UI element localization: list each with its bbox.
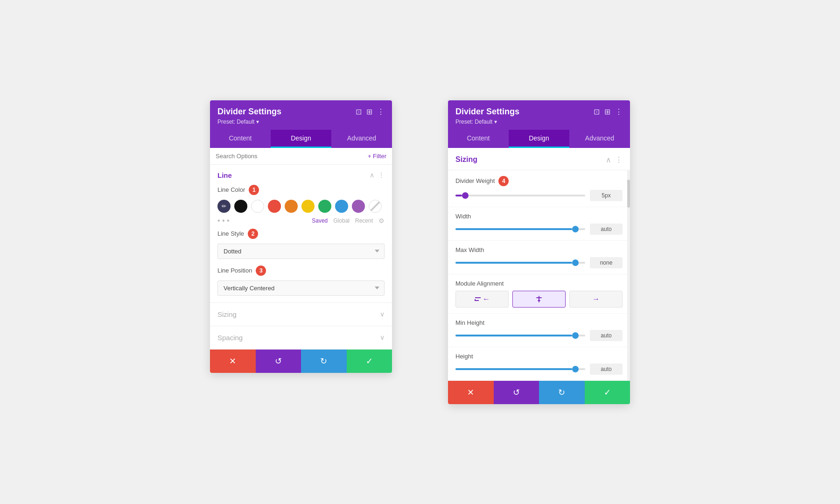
color-tab-saved[interactable]: Saved (312, 217, 328, 224)
height-value[interactable] (590, 364, 623, 375)
height-track[interactable] (455, 368, 585, 370)
save-button-right[interactable]: ✓ (585, 381, 630, 404)
width-value[interactable] (590, 224, 623, 235)
line-section: Line ∧ ⋮ Line Color 1 ✏ (210, 165, 392, 303)
tab-content-left[interactable]: Content (210, 130, 271, 148)
right-header-icons: ⊡ ⊞ ⋮ (594, 107, 623, 116)
swatch-red[interactable] (268, 200, 281, 213)
line-style-label-row: Line Style 2 (217, 229, 385, 239)
svg-rect-6 (539, 296, 539, 302)
color-tab-recent[interactable]: Recent (355, 217, 373, 224)
swatch-white[interactable] (251, 200, 264, 213)
left-header-icons: ⊡ ⊞ ⋮ (356, 107, 385, 116)
right-panel-title: Divider Settings (455, 107, 519, 117)
right-layout-icon[interactable]: ⊞ (604, 107, 610, 116)
color-picker-swatch[interactable]: ✏ (217, 200, 231, 213)
line-style-label: Line Style (217, 230, 244, 237)
line-position-label: Line Position (217, 267, 252, 274)
spacing-chevron: ∨ (380, 334, 385, 341)
divider-weight-label: Divider Weight (455, 177, 495, 184)
sizing-collapsed[interactable]: Sizing ∨ (210, 303, 392, 326)
right-panel-body: Divider Weight 4 Width (448, 170, 630, 381)
right-menu-icon[interactable]: ⋮ (615, 107, 623, 116)
divider-weight-value[interactable] (590, 190, 623, 201)
tab-design-left[interactable]: Design (271, 130, 331, 148)
line-position-select[interactable]: Vertically Centered Top Bottom (217, 280, 385, 296)
left-panel-footer: ✕ ↺ ↻ ✓ (210, 350, 392, 373)
search-input[interactable] (216, 153, 364, 160)
sizing-options-icon[interactable]: ⋮ (615, 155, 623, 164)
divider-weight-track[interactable] (455, 195, 585, 196)
cancel-button-left[interactable]: ✕ (210, 350, 256, 373)
max-width-track[interactable] (455, 262, 585, 264)
left-panel-header: Divider Settings ⊡ ⊞ ⋮ Preset: Default ▾ (210, 100, 392, 130)
cancel-button-right[interactable]: ✕ (448, 381, 494, 404)
left-panel-tabs: Content Design Advanced (210, 130, 392, 148)
swatch-yellow[interactable] (301, 200, 315, 213)
swatch-purple[interactable] (352, 200, 365, 213)
right-panel-preset[interactable]: Preset: Default ▾ (455, 119, 623, 125)
swatch-orange[interactable] (285, 200, 298, 213)
module-alignment-label: Module Alignment (455, 280, 504, 287)
max-width-value[interactable] (590, 257, 623, 268)
module-alignment-buttons: ← → (455, 291, 623, 308)
tab-advanced-right[interactable]: Advanced (569, 130, 630, 148)
color-settings-icon[interactable]: ⚙ (378, 217, 385, 224)
search-bar: + Filter (210, 148, 392, 165)
sizing-chevron: ∨ (380, 310, 385, 318)
tab-design-right[interactable]: Design (509, 130, 569, 148)
more-dots[interactable]: • • • (217, 217, 230, 225)
line-color-badge: 1 (249, 185, 259, 195)
undo-button-left[interactable]: ↺ (256, 350, 301, 373)
width-row: Width (448, 207, 630, 241)
min-height-control (455, 330, 623, 341)
max-width-row: Max Width (448, 241, 630, 274)
redo-button-right[interactable]: ↻ (539, 381, 585, 404)
swatch-striped[interactable] (369, 200, 382, 213)
max-width-control (455, 257, 623, 268)
save-button-left[interactable]: ✓ (347, 350, 392, 373)
divider-weight-row: Divider Weight 4 (448, 170, 630, 207)
tab-advanced-left[interactable]: Advanced (331, 130, 392, 148)
line-collapse-icon[interactable]: ∧ (370, 171, 374, 179)
line-style-select[interactable]: Solid Dotted Dashed (217, 244, 385, 259)
min-height-track[interactable] (455, 335, 585, 336)
right-panel: Divider Settings ⊡ ⊞ ⋮ Preset: Default ▾… (448, 100, 630, 404)
swatch-green[interactable] (318, 200, 331, 213)
min-height-value[interactable] (590, 330, 623, 341)
swatch-blue[interactable] (335, 200, 348, 213)
height-label: Height (455, 353, 473, 360)
line-menu-icon[interactable]: ⋮ (378, 171, 385, 179)
line-section-title: Line (217, 171, 232, 179)
spacing-collapsed-label: Spacing (217, 334, 243, 342)
right-focus-icon[interactable]: ⊡ (594, 107, 600, 116)
width-track[interactable] (455, 228, 585, 230)
menu-icon[interactable]: ⋮ (377, 107, 385, 116)
filter-button[interactable]: + Filter (368, 153, 386, 160)
sizing-collapsed-label: Sizing (217, 310, 237, 318)
module-alignment-row: Module Alignment ← (448, 274, 630, 314)
align-center-button[interactable] (512, 291, 566, 308)
swatch-black[interactable] (234, 200, 247, 213)
align-right-button[interactable]: → (569, 291, 623, 308)
color-tab-global[interactable]: Global (333, 217, 350, 224)
scrollbar-thumb[interactable] (627, 180, 630, 208)
width-control (455, 224, 623, 235)
sizing-title: Sizing (455, 155, 477, 164)
width-label: Width (455, 213, 471, 220)
scrollbar-track (627, 170, 630, 381)
sizing-collapse-icon[interactable]: ∧ (606, 155, 611, 164)
focus-icon[interactable]: ⊡ (356, 107, 362, 116)
left-panel-preset[interactable]: Preset: Default ▾ (217, 119, 385, 125)
layout-icon[interactable]: ⊞ (366, 107, 372, 116)
divider-weight-badge: 4 (498, 176, 509, 186)
undo-button-right[interactable]: ↺ (494, 381, 539, 404)
right-panel-footer: ✕ ↺ ↻ ✓ (448, 381, 630, 404)
color-swatches: ✏ (217, 200, 385, 213)
min-height-label: Min Height (455, 319, 484, 326)
line-color-label-row: Line Color 1 (217, 185, 385, 195)
tab-content-right[interactable]: Content (448, 130, 509, 148)
spacing-collapsed[interactable]: Spacing ∨ (210, 326, 392, 350)
align-left-button[interactable]: ← (455, 291, 509, 308)
redo-button-left[interactable]: ↻ (301, 350, 347, 373)
